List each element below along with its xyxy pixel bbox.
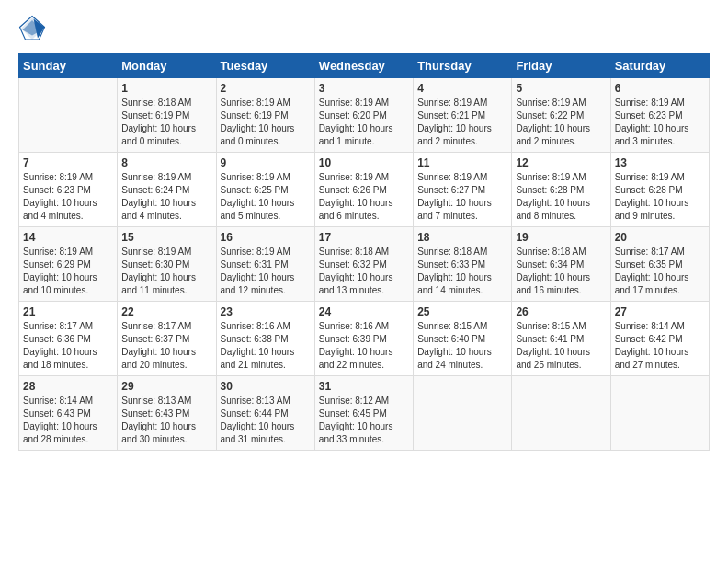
header-cell-wednesday: Wednesday <box>314 54 413 78</box>
day-info: Sunrise: 8:19 AM Sunset: 6:22 PM Dayligh… <box>516 97 606 148</box>
day-number: 9 <box>221 156 311 169</box>
day-cell: 25Sunrise: 8:15 AM Sunset: 6:40 PM Dayli… <box>414 302 512 376</box>
day-info: Sunrise: 8:13 AM Sunset: 6:44 PM Dayligh… <box>221 395 311 446</box>
day-info: Sunrise: 8:19 AM Sunset: 6:23 PM Dayligh… <box>23 171 113 223</box>
logo <box>18 15 50 42</box>
day-number: 10 <box>319 156 409 169</box>
day-info: Sunrise: 8:18 AM Sunset: 6:32 PM Dayligh… <box>319 246 409 297</box>
day-number: 12 <box>516 156 606 169</box>
day-info: Sunrise: 8:17 AM Sunset: 6:35 PM Dayligh… <box>615 246 705 297</box>
day-info: Sunrise: 8:14 AM Sunset: 6:43 PM Dayligh… <box>23 395 113 446</box>
day-info: Sunrise: 8:19 AM Sunset: 6:24 PM Dayligh… <box>121 171 211 223</box>
day-cell: 7Sunrise: 8:19 AM Sunset: 6:23 PM Daylig… <box>19 153 118 227</box>
calendar-header: SundayMondayTuesdayWednesdayThursdayFrid… <box>19 54 710 78</box>
day-info: Sunrise: 8:15 AM Sunset: 6:41 PM Dayligh… <box>516 320 606 372</box>
week-row-1: 1Sunrise: 8:18 AM Sunset: 6:19 PM Daylig… <box>19 78 710 153</box>
day-number: 20 <box>615 231 705 244</box>
day-number: 19 <box>516 231 606 244</box>
day-number: 30 <box>221 380 311 393</box>
header-cell-tuesday: Tuesday <box>216 54 314 78</box>
header-cell-sunday: Sunday <box>19 54 118 78</box>
day-number: 11 <box>417 156 507 169</box>
day-number: 18 <box>417 231 507 244</box>
day-cell: 17Sunrise: 8:18 AM Sunset: 6:32 PM Dayli… <box>314 227 413 302</box>
day-number: 15 <box>121 231 211 244</box>
day-number: 6 <box>615 82 705 95</box>
day-number: 4 <box>417 82 507 95</box>
calendar-table: SundayMondayTuesdayWednesdayThursdayFrid… <box>18 53 710 451</box>
day-info: Sunrise: 8:19 AM Sunset: 6:31 PM Dayligh… <box>221 246 311 297</box>
day-info: Sunrise: 8:19 AM Sunset: 6:28 PM Dayligh… <box>516 171 606 223</box>
day-cell: 4Sunrise: 8:19 AM Sunset: 6:21 PM Daylig… <box>414 78 512 153</box>
day-cell: 11Sunrise: 8:19 AM Sunset: 6:27 PM Dayli… <box>414 153 512 227</box>
day-number: 29 <box>121 380 211 393</box>
day-cell: 5Sunrise: 8:19 AM Sunset: 6:22 PM Daylig… <box>512 78 610 153</box>
day-number: 21 <box>23 305 113 318</box>
page-container: SundayMondayTuesdayWednesdayThursdayFrid… <box>0 0 728 460</box>
day-info: Sunrise: 8:18 AM Sunset: 6:19 PM Dayligh… <box>121 97 211 148</box>
day-cell: 31Sunrise: 8:12 AM Sunset: 6:45 PM Dayli… <box>314 376 413 451</box>
day-cell: 24Sunrise: 8:16 AM Sunset: 6:39 PM Dayli… <box>314 302 413 376</box>
day-number: 26 <box>516 305 606 318</box>
day-info: Sunrise: 8:15 AM Sunset: 6:40 PM Dayligh… <box>417 320 507 372</box>
day-cell: 30Sunrise: 8:13 AM Sunset: 6:44 PM Dayli… <box>216 376 314 451</box>
header-cell-monday: Monday <box>118 54 216 78</box>
day-info: Sunrise: 8:19 AM Sunset: 6:26 PM Dayligh… <box>319 171 409 223</box>
day-cell: 15Sunrise: 8:19 AM Sunset: 6:30 PM Dayli… <box>118 227 216 302</box>
day-cell <box>19 78 118 153</box>
day-cell: 6Sunrise: 8:19 AM Sunset: 6:23 PM Daylig… <box>610 78 709 153</box>
day-number: 25 <box>417 305 507 318</box>
day-cell <box>610 376 709 451</box>
week-row-5: 28Sunrise: 8:14 AM Sunset: 6:43 PM Dayli… <box>19 376 710 451</box>
header-row: SundayMondayTuesdayWednesdayThursdayFrid… <box>19 54 710 78</box>
day-cell: 22Sunrise: 8:17 AM Sunset: 6:37 PM Dayli… <box>118 302 216 376</box>
day-info: Sunrise: 8:19 AM Sunset: 6:23 PM Dayligh… <box>615 97 705 148</box>
day-number: 14 <box>23 231 113 244</box>
header-cell-friday: Friday <box>512 54 610 78</box>
day-info: Sunrise: 8:19 AM Sunset: 6:21 PM Dayligh… <box>417 97 507 148</box>
day-info: Sunrise: 8:19 AM Sunset: 6:30 PM Dayligh… <box>121 246 211 297</box>
day-cell: 1Sunrise: 8:18 AM Sunset: 6:19 PM Daylig… <box>118 78 216 153</box>
day-info: Sunrise: 8:14 AM Sunset: 6:42 PM Dayligh… <box>615 320 705 372</box>
day-cell: 26Sunrise: 8:15 AM Sunset: 6:41 PM Dayli… <box>512 302 610 376</box>
day-number: 24 <box>319 305 409 318</box>
logo-icon <box>18 15 46 42</box>
week-row-2: 7Sunrise: 8:19 AM Sunset: 6:23 PM Daylig… <box>19 153 710 227</box>
header <box>18 15 710 42</box>
day-info: Sunrise: 8:16 AM Sunset: 6:39 PM Dayligh… <box>319 320 409 372</box>
day-cell <box>512 376 610 451</box>
day-number: 7 <box>23 156 113 169</box>
day-number: 13 <box>615 156 705 169</box>
day-number: 2 <box>221 82 311 95</box>
day-number: 1 <box>121 82 211 95</box>
day-cell: 13Sunrise: 8:19 AM Sunset: 6:28 PM Dayli… <box>610 153 709 227</box>
day-cell: 28Sunrise: 8:14 AM Sunset: 6:43 PM Dayli… <box>19 376 118 451</box>
day-info: Sunrise: 8:18 AM Sunset: 6:34 PM Dayligh… <box>516 246 606 297</box>
day-info: Sunrise: 8:19 AM Sunset: 6:29 PM Dayligh… <box>23 246 113 297</box>
day-cell: 3Sunrise: 8:19 AM Sunset: 6:20 PM Daylig… <box>314 78 413 153</box>
week-row-4: 21Sunrise: 8:17 AM Sunset: 6:36 PM Dayli… <box>19 302 710 376</box>
day-cell: 12Sunrise: 8:19 AM Sunset: 6:28 PM Dayli… <box>512 153 610 227</box>
day-cell: 10Sunrise: 8:19 AM Sunset: 6:26 PM Dayli… <box>314 153 413 227</box>
day-info: Sunrise: 8:17 AM Sunset: 6:36 PM Dayligh… <box>23 320 113 372</box>
day-cell: 20Sunrise: 8:17 AM Sunset: 6:35 PM Dayli… <box>610 227 709 302</box>
day-number: 22 <box>121 305 211 318</box>
day-cell: 14Sunrise: 8:19 AM Sunset: 6:29 PM Dayli… <box>19 227 118 302</box>
day-info: Sunrise: 8:17 AM Sunset: 6:37 PM Dayligh… <box>121 320 211 372</box>
day-cell: 27Sunrise: 8:14 AM Sunset: 6:42 PM Dayli… <box>610 302 709 376</box>
day-cell: 16Sunrise: 8:19 AM Sunset: 6:31 PM Dayli… <box>216 227 314 302</box>
day-cell: 8Sunrise: 8:19 AM Sunset: 6:24 PM Daylig… <box>118 153 216 227</box>
header-cell-thursday: Thursday <box>414 54 512 78</box>
day-cell: 19Sunrise: 8:18 AM Sunset: 6:34 PM Dayli… <box>512 227 610 302</box>
day-number: 16 <box>221 231 311 244</box>
day-info: Sunrise: 8:18 AM Sunset: 6:33 PM Dayligh… <box>417 246 507 297</box>
header-cell-saturday: Saturday <box>610 54 709 78</box>
day-info: Sunrise: 8:16 AM Sunset: 6:38 PM Dayligh… <box>221 320 311 372</box>
day-number: 28 <box>23 380 113 393</box>
day-number: 8 <box>121 156 211 169</box>
day-cell: 23Sunrise: 8:16 AM Sunset: 6:38 PM Dayli… <box>216 302 314 376</box>
day-info: Sunrise: 8:19 AM Sunset: 6:25 PM Dayligh… <box>221 171 311 223</box>
day-number: 23 <box>221 305 311 318</box>
day-info: Sunrise: 8:12 AM Sunset: 6:45 PM Dayligh… <box>319 395 409 446</box>
day-info: Sunrise: 8:19 AM Sunset: 6:28 PM Dayligh… <box>615 171 705 223</box>
